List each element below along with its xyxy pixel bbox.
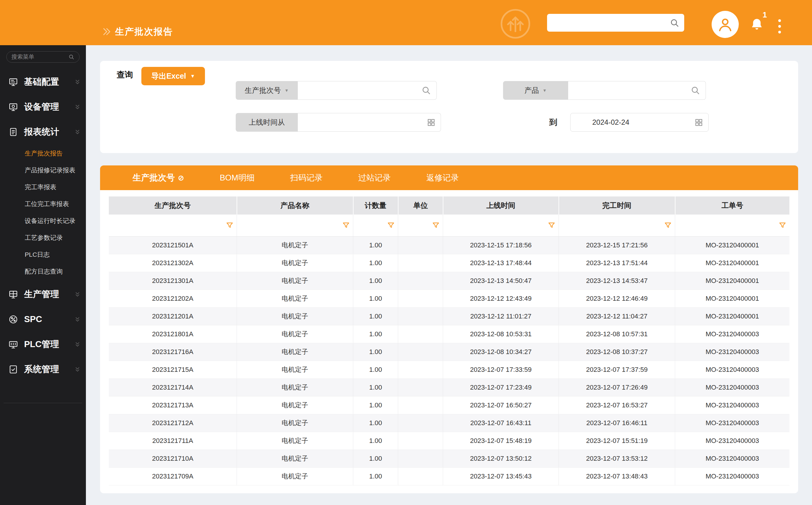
sidebar-subitem[interactable]: 产品报修记录报表: [0, 162, 86, 179]
column-header: 单位: [398, 196, 443, 214]
table-row[interactable]: 2023121709A电机定子1.002023-12-07 13:45:4320…: [109, 467, 789, 485]
table-cell: MO-23120400003: [675, 467, 789, 485]
table-cell: [398, 450, 443, 467]
date-grid-icon[interactable]: [695, 119, 703, 127]
table-cell: 1.00: [353, 432, 398, 450]
sidebar-item-spc[interactable]: SPC: [0, 307, 86, 332]
table-row[interactable]: 2023121716A电机定子1.002023-12-08 10:34:2720…: [109, 343, 789, 361]
batch-field-select[interactable]: 生产批次号 ▼: [236, 81, 298, 100]
table-row[interactable]: 2023121301A电机定子1.002023-12-13 14:50:4720…: [109, 272, 789, 290]
product-search-input[interactable]: [574, 86, 690, 95]
sidebar-subitem[interactable]: 生产批次报告: [0, 145, 86, 162]
kebab-menu-icon[interactable]: [777, 17, 783, 35]
column-filter-icon[interactable]: [779, 221, 786, 229]
batch-field-label: 生产批次号: [245, 86, 281, 95]
caret-down-icon: ▼: [190, 73, 195, 79]
column-filter-icon[interactable]: [548, 221, 555, 229]
sidebar-item-device-mgmt[interactable]: 设备管理: [0, 94, 86, 119]
table-cell: 2023-12-07 17:23:49: [443, 378, 559, 396]
search-icon[interactable]: [690, 86, 700, 95]
column-filter-icon[interactable]: [432, 221, 440, 229]
date-to-input[interactable]: [576, 118, 695, 127]
column-filter-icon[interactable]: [342, 221, 350, 229]
table-row[interactable]: 2023121715A电机定子1.002023-12-07 17:33:5920…: [109, 361, 789, 378]
table-cell: 2023121501A: [109, 236, 237, 254]
table-cell: MO-23120400003: [675, 361, 789, 378]
collapse-chevrons-icon: [74, 316, 81, 323]
table-cell: [398, 378, 443, 396]
table-cell: 2023-12-07 13:45:43: [443, 467, 559, 485]
header-search-input[interactable]: [552, 19, 670, 27]
table-cell: 电机定子: [237, 272, 353, 290]
sidebar-subitem[interactable]: 完工率报表: [0, 179, 86, 195]
sidebar-subitem[interactable]: PLC日志: [0, 246, 86, 263]
table-row[interactable]: 2023121801A电机定子1.002023-12-08 10:53:3120…: [109, 325, 789, 343]
table-row[interactable]: 2023121713A电机定子1.002023-12-07 16:50:2720…: [109, 396, 789, 414]
sidebar-item-label: 报表统计: [24, 126, 59, 138]
sidebar-item-basic-config[interactable]: 基础配置: [0, 69, 86, 94]
avatar[interactable]: [712, 11, 739, 38]
date-from-input[interactable]: [303, 118, 427, 127]
table-cell: 电机定子: [237, 432, 353, 450]
tab-生产批次号[interactable]: 生产批次号⊘: [133, 172, 184, 183]
search-icon[interactable]: [422, 86, 431, 95]
sidebar-item-system-mgmt[interactable]: 系统管理: [0, 357, 86, 382]
table-row[interactable]: 2023121710A电机定子1.002023-12-07 13:50:1220…: [109, 450, 789, 467]
date-from-box: [298, 113, 441, 132]
table-cell: 2023-12-13 17:48:44: [443, 254, 559, 272]
tab-返修记录[interactable]: 返修记录: [426, 172, 459, 183]
batch-search-input[interactable]: [303, 86, 422, 95]
online-time-from-button[interactable]: 上线时间从: [236, 113, 298, 132]
table-cell: 2023-12-13 17:51:44: [559, 254, 675, 272]
table-cell: [398, 361, 443, 378]
tab-过站记录[interactable]: 过站记录: [358, 172, 390, 183]
sidebar-item-production-mgmt[interactable]: 生产管理: [0, 282, 86, 307]
date-grid-icon[interactable]: [427, 119, 435, 127]
tab-BOM明细[interactable]: BOM明细: [220, 172, 255, 183]
table-row[interactable]: 2023121201A电机定子1.002023-12-12 11:01:2720…: [109, 307, 789, 325]
column-filter-icon[interactable]: [226, 221, 233, 229]
column-filter-icon[interactable]: [387, 221, 395, 229]
table-cell: 2023-12-13 14:53:47: [559, 272, 675, 290]
export-excel-button[interactable]: 导出Excel ▼: [141, 67, 205, 85]
table-row[interactable]: 2023121714A电机定子1.002023-12-07 17:23:4920…: [109, 378, 789, 396]
table-row[interactable]: 2023121712A电机定子1.002023-12-07 16:43:1120…: [109, 414, 789, 432]
sidebar-subitem[interactable]: 工位完工率报表: [0, 195, 86, 212]
column-filter-cell[interactable]: [443, 214, 559, 236]
column-filter-cell[interactable]: [559, 214, 675, 236]
column-header: 工单号: [675, 196, 789, 214]
column-filter-cell[interactable]: [237, 214, 353, 236]
export-excel-label: 导出Excel: [151, 71, 186, 81]
table-row[interactable]: 2023121501A电机定子1.002023-12-15 17:18:5620…: [109, 236, 789, 254]
table-cell: 1.00: [353, 272, 398, 290]
sidebar-subitem[interactable]: 工艺参数记录: [0, 229, 86, 246]
column-filter-icon[interactable]: [664, 221, 672, 229]
table-row[interactable]: 2023121711A电机定子1.002023-12-07 15:48:1920…: [109, 432, 789, 450]
table-cell: 电机定子: [237, 467, 353, 485]
sidebar-subitem[interactable]: 配方日志查询: [0, 263, 86, 280]
product-field-select[interactable]: 产品 ▼: [503, 81, 568, 100]
sidebar-item-plc-mgmt[interactable]: PLC管理: [0, 332, 86, 357]
tab-扫码记录[interactable]: 扫码记录: [290, 172, 323, 183]
column-filter-cell[interactable]: [398, 214, 443, 236]
table-row[interactable]: 2023121202A电机定子1.002023-12-12 12:43:4920…: [109, 290, 789, 307]
table-cell: MO-23120400001: [675, 236, 789, 254]
sidebar-item-report-stats[interactable]: 报表统计: [0, 119, 86, 144]
table-cell: 2023121715A: [109, 361, 237, 378]
table-cell: [398, 414, 443, 432]
notifications-button[interactable]: 1: [750, 17, 769, 37]
bell-icon: [750, 17, 764, 31]
sidebar-search-input[interactable]: [11, 54, 66, 60]
table-cell: 2023121202A: [109, 290, 237, 307]
search-icon[interactable]: [670, 18, 679, 28]
table-cell: 1.00: [353, 307, 398, 325]
table-cell: MO-23120400003: [675, 414, 789, 432]
table-cell: 2023-12-07 16:46:11: [559, 414, 675, 432]
sidebar-subitem[interactable]: 设备运行时长记录: [0, 212, 86, 229]
table-row[interactable]: 2023121302A电机定子1.002023-12-13 17:48:4420…: [109, 254, 789, 272]
tab-label: 扫码记录: [290, 172, 323, 183]
table-cell: 电机定子: [237, 307, 353, 325]
column-filter-cell[interactable]: [109, 214, 237, 236]
column-filter-cell[interactable]: [353, 214, 398, 236]
column-filter-cell[interactable]: [675, 214, 789, 236]
